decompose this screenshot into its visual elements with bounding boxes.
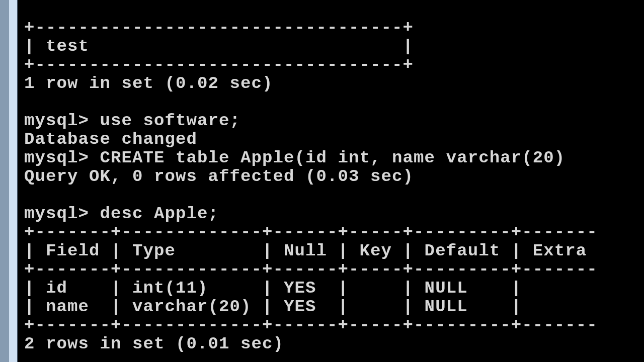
mysql-response: Query OK, 0 rows affected (0.03 sec) [24,167,414,186]
table-border: +----------------------------------+ [24,18,414,37]
result-summary: 1 row in set (0.02 sec) [24,74,273,93]
window-frame-left [0,0,9,362]
table-border: +-------+-------------+------+-----+----… [24,260,598,279]
table-row: | id | int(11) | YES | | NULL | [24,279,587,298]
result-summary: 2 rows in set (0.01 sec) [24,334,284,353]
terminal-window: +----------------------------------+ | t… [0,0,644,362]
table-border: +----------------------------------+ [24,55,414,74]
mysql-command: mysql> use software; [24,111,240,130]
window-frame-left-highlight [9,0,17,362]
mysql-response: Database changed [24,130,197,149]
table-border: +-------+-------------+------+-----+----… [24,316,598,335]
table-border: +-------+-------------+------+-----+----… [24,223,598,242]
table-row: | test | [24,37,414,56]
table-header: | Field | Type | Null | Key | Default | … [24,241,587,260]
mysql-command: mysql> desc Apple; [24,204,219,223]
mysql-command: mysql> CREATE table Apple(id int, name v… [24,148,565,167]
terminal-output[interactable]: +----------------------------------+ | t… [24,0,644,362]
table-row: | name | varchar(20) | YES | | NULL | [24,297,587,316]
